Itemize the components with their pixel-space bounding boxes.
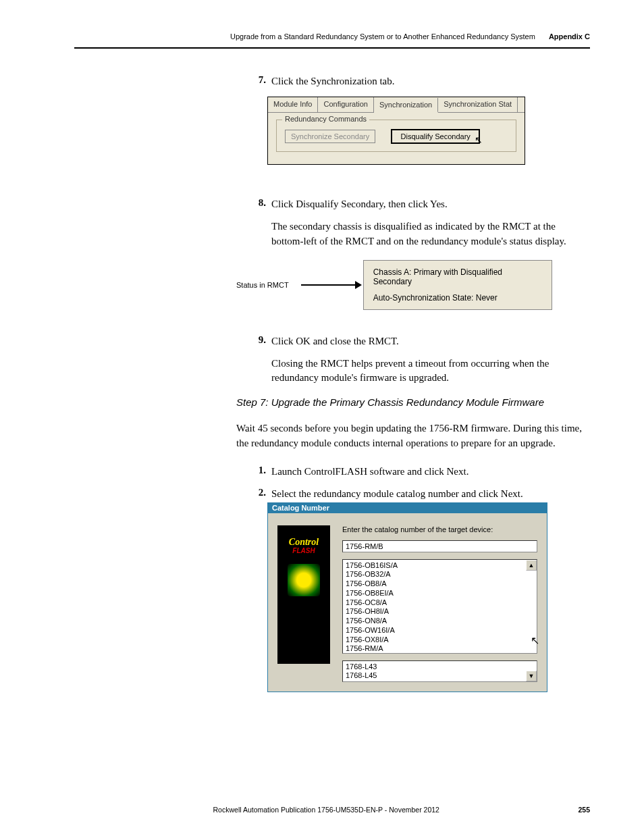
synchronize-secondary-button[interactable]: Synchronize Secondary [285, 130, 375, 143]
catalog-number-input[interactable] [342, 540, 537, 552]
list-item[interactable]: 1756-RM/A [346, 644, 534, 654]
tab-configuration[interactable]: Configuration [318, 97, 373, 112]
list-item[interactable]: 1756-OH8I/A [346, 607, 534, 617]
status-row: Status in RMCT Chassis A: Primary with D… [236, 260, 590, 310]
fieldset-legend: Redundancy Commands [282, 115, 369, 123]
controlflash-logo: Control FLASH [277, 525, 330, 664]
list-item[interactable]: 1756-OB16IS/A [346, 561, 534, 571]
cursor-icon: ↖ [531, 634, 539, 648]
logo-sub-text: FLASH [292, 547, 315, 554]
disqualify-secondary-button[interactable]: Disqualify Secondary ↖ [392, 130, 479, 143]
logo-main-text: Control [289, 538, 319, 547]
button-row: Synchronize Secondary Disqualify Seconda… [285, 130, 508, 143]
page-header: Upgrade from a Standard Redundancy Syste… [74, 32, 590, 49]
step-number: 2. [248, 487, 266, 501]
step-9: 9. Click OK and close the RMCT. [248, 334, 590, 348]
rmct-status-box: Chassis A: Primary with Disqualified Sec… [363, 260, 552, 310]
status-line-2: Auto-Synchronization State: Never [373, 293, 542, 303]
step-text: Click the Synchronization tab. [271, 74, 394, 88]
catalog-number-dialog: Catalog Number Control FLASH Enter the c… [267, 502, 547, 692]
arrow-icon [301, 284, 356, 286]
list-item[interactable]: 1756-OB32/A [346, 570, 534, 579]
list-item[interactable]: 1756-OB8EI/A [346, 589, 534, 598]
scroll-down-button[interactable]: ▼ [526, 671, 537, 681]
list-item[interactable]: 1756-ON8/A [346, 617, 534, 626]
list-item[interactable]: 1756-OB8/A [346, 579, 534, 589]
list-item[interactable]: 1756-OC8/A [346, 598, 534, 608]
step-7: 7. Click the Synchronization tab. [248, 74, 590, 88]
status-label: Status in RMCT [236, 281, 289, 289]
catalog-bottom-list[interactable]: 1768-L43 1768-L45 ▼ [342, 660, 537, 682]
step-8: 8. Click Disqualify Secondary, then clic… [248, 197, 590, 211]
tab-bar: Module Info Configuration Synchronizatio… [268, 97, 525, 113]
list-item[interactable]: 1768-L45 [346, 671, 534, 681]
list-item[interactable]: 1768-L43 [346, 662, 534, 672]
header-chapter: Upgrade from a Standard Redundancy Syste… [230, 32, 535, 41]
step-number: 9. [248, 334, 266, 348]
step-9-paragraph: Closing the RMCT helps prevent a timeout… [271, 357, 590, 386]
step-number: 1. [248, 465, 266, 479]
step-text: Launch ControlFLASH software and click N… [271, 465, 468, 479]
list-item[interactable]: 1756-OW16I/A [346, 626, 534, 635]
step-number: 8. [248, 197, 266, 211]
page-footer: Rockwell Automation Publication 1756-UM5… [74, 806, 590, 814]
tab-sync-status[interactable]: Synchronization Stat [438, 97, 518, 112]
logo-icon [288, 564, 320, 596]
dialog-title: Catalog Number [268, 502, 547, 513]
tab-synchronization[interactable]: Synchronization [374, 98, 438, 113]
redundancy-commands-fieldset: Redundancy Commands Synchronize Secondar… [276, 120, 516, 152]
step-8-paragraph: The secondary chassis is disqualified as… [271, 219, 590, 249]
step-7-paragraph: Wait 45 seconds before you begin updatin… [236, 421, 590, 451]
page-content: 7. Click the Synchronization tab. Module… [74, 74, 590, 692]
step-text: Click OK and close the RMCT. [271, 334, 399, 348]
tab-module-info[interactable]: Module Info [268, 97, 318, 112]
substep-2: 2. Select the redundancy module catalog … [248, 487, 590, 501]
footer-publication: Rockwell Automation Publication 1756-UM5… [213, 806, 439, 814]
scroll-up-button[interactable]: ▲ [526, 560, 537, 571]
list-item[interactable]: 1756-OX8I/A [346, 635, 534, 645]
header-appendix: Appendix C [549, 32, 590, 41]
catalog-right-pane: Enter the catalog number of the target d… [342, 525, 537, 682]
step-text: Click Disqualify Secondary, then click Y… [271, 197, 448, 211]
footer-page-number: 255 [578, 806, 590, 814]
dialog-body: Control FLASH Enter the catalog number o… [268, 513, 547, 692]
catalog-list[interactable]: 1756-OB16IS/A 1756-OB32/A 1756-OB8/A 175… [342, 559, 537, 654]
cursor-icon: ↖ [475, 134, 483, 145]
catalog-prompt: Enter the catalog number of the target d… [342, 525, 537, 533]
button-label: Disqualify Secondary [401, 132, 471, 140]
step-number: 7. [248, 74, 266, 88]
substep-1: 1. Launch ControlFLASH software and clic… [248, 465, 590, 479]
status-line-1: Chassis A: Primary with Disqualified Sec… [373, 267, 542, 286]
step-7-heading: Step 7: Upgrade the Primary Chassis Redu… [236, 396, 590, 408]
step-text: Select the redundancy module catalog num… [271, 487, 523, 501]
sync-tab-panel: Module Info Configuration Synchronizatio… [267, 97, 525, 165]
